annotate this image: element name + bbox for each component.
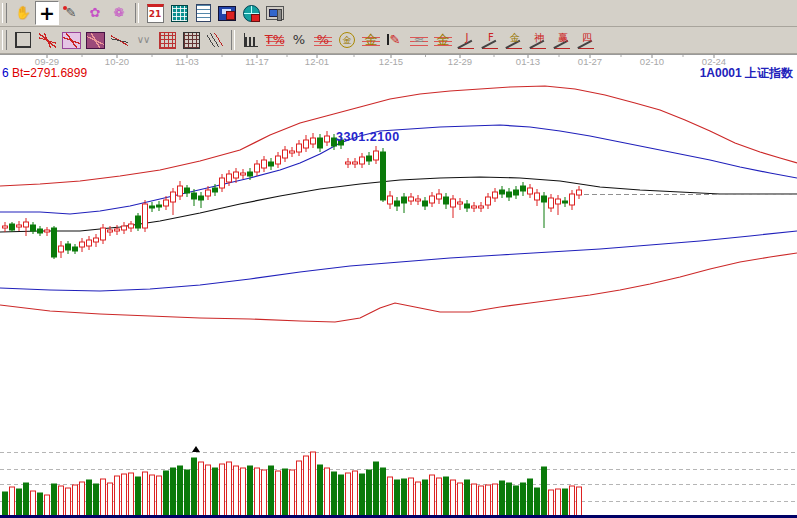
stats-bars-icon	[244, 33, 258, 47]
svg-text:11-03: 11-03	[175, 56, 199, 67]
j-angle-button[interactable]: J	[455, 28, 479, 52]
toolbar-separator	[135, 3, 139, 23]
ying-angle-button[interactable]: 赢	[551, 28, 575, 52]
svg-text:01-27: 01-27	[578, 56, 602, 67]
si-angle-icon: 四	[578, 31, 596, 49]
calendar-icon: 21	[147, 4, 164, 23]
stock-app-window: ✋+✎✿❁21 ∨∨T%%%金金✎≈金JF金神赢四 09-2910-2011-0…	[0, 0, 797, 518]
t-percent-button[interactable]: T%	[263, 28, 287, 52]
gold-red-lines-icon: 金	[434, 31, 452, 49]
angle-lines-button[interactable]	[107, 28, 131, 52]
percent-lines-button[interactable]: %	[311, 28, 335, 52]
price-volume-chart[interactable]: 09-2910-2011-0311-1712-0112-1512-2901-13…	[0, 54, 797, 518]
red-grid-button[interactable]	[155, 28, 179, 52]
si-angle-button[interactable]: 四	[575, 28, 599, 52]
parallel-lines-icon	[207, 33, 223, 47]
gold-red-lines-button[interactable]: 金	[431, 28, 455, 52]
draw-line-pen-icon: ✎	[62, 4, 80, 22]
gann-fan-icon	[39, 33, 56, 48]
svg-text:12-29: 12-29	[448, 56, 472, 67]
wave-lines-button[interactable]: ≈	[407, 28, 431, 52]
svg-text:3301.2100: 3301.2100	[336, 130, 400, 144]
status-value: Bt=2791.6899	[9, 66, 87, 80]
gold-angle-icon: 金	[506, 31, 524, 49]
calendar-button[interactable]: 21	[143, 1, 167, 25]
red-grid-icon	[159, 32, 176, 49]
knot-tool-button[interactable]: ❁	[107, 1, 131, 25]
candle-brush-icon: ✎	[386, 31, 404, 49]
dark-fan-box-button[interactable]	[83, 28, 107, 52]
gold-angle-button[interactable]: 金	[503, 28, 527, 52]
flower-tool-button[interactable]: ✿	[83, 1, 107, 25]
gold-lines-button[interactable]: 金	[359, 28, 383, 52]
percent-icon: %	[290, 31, 308, 49]
shaded-fan-box-button[interactable]	[59, 28, 83, 52]
t-percent-icon: T%	[266, 31, 284, 49]
svg-text:02-10: 02-10	[640, 56, 664, 67]
f-angle-icon: F	[482, 31, 500, 49]
gann-fan-button[interactable]	[35, 28, 59, 52]
calculator-icon	[171, 5, 188, 22]
send-computer-button[interactable]	[263, 1, 287, 25]
toolbar-grip[interactable]	[2, 30, 7, 50]
crosshair-icon: +	[38, 4, 56, 22]
report-notes-button[interactable]	[191, 1, 215, 25]
chart-area[interactable]: 09-2910-2011-0311-1712-0112-1512-2901-13…	[0, 54, 797, 518]
zigzag-wave-button[interactable]: ∨∨	[131, 28, 155, 52]
toolbar-drawing-tools: ∨∨T%%%金金✎≈金JF金神赢四	[0, 27, 797, 54]
draw-line-pen-button[interactable]: ✎	[59, 1, 83, 25]
symbol-name-label: 1A0001 上证指数	[700, 65, 793, 82]
toolbar-grip[interactable]	[2, 3, 7, 23]
grid-box-icon	[183, 32, 200, 49]
stats-bars-button[interactable]	[239, 28, 263, 52]
toolbar-separator	[231, 30, 235, 50]
angle-lines-icon	[111, 33, 128, 48]
export-globe-button[interactable]	[239, 1, 263, 25]
shen-angle-icon: 神	[530, 31, 548, 49]
status-prefix: 6	[2, 66, 9, 80]
toolbar-main: ✋+✎✿❁21	[0, 0, 797, 27]
crosshair-button[interactable]: +	[35, 1, 59, 25]
pan-hand-icon: ✋	[14, 4, 32, 22]
f-angle-button[interactable]: F	[479, 28, 503, 52]
ying-angle-icon: 赢	[554, 31, 572, 49]
gold-coin-button[interactable]: 金	[335, 28, 359, 52]
measure-frame-button[interactable]	[11, 28, 35, 52]
status-indicator-label: 6 Bt=2791.6899	[2, 66, 87, 80]
pan-hand-button[interactable]: ✋	[11, 1, 35, 25]
wave-lines-icon: ≈	[410, 31, 428, 49]
measure-frame-icon	[15, 32, 31, 48]
flower-tool-icon: ✿	[86, 4, 104, 22]
j-angle-icon: J	[458, 31, 476, 49]
export-globe-icon	[243, 5, 260, 22]
save-floppy-icon	[218, 6, 236, 21]
candle-brush-button[interactable]: ✎	[383, 28, 407, 52]
gold-coin-icon: 金	[339, 32, 355, 48]
svg-text:10-20: 10-20	[105, 56, 129, 67]
percent-button[interactable]: %	[287, 28, 311, 52]
knot-tool-icon: ❁	[110, 4, 128, 22]
calculator-button[interactable]	[167, 1, 191, 25]
send-computer-icon	[266, 6, 284, 20]
svg-text:12-15: 12-15	[379, 56, 403, 67]
grid-box-button[interactable]	[179, 28, 203, 52]
svg-text:01-13: 01-13	[516, 56, 540, 67]
parallel-lines-button[interactable]	[203, 28, 227, 52]
svg-text:12-01: 12-01	[305, 56, 329, 67]
svg-text:11-17: 11-17	[245, 56, 269, 67]
zigzag-wave-icon: ∨∨	[134, 31, 152, 49]
gold-lines-icon: 金	[362, 31, 380, 49]
save-floppy-button[interactable]	[215, 1, 239, 25]
shen-angle-button[interactable]: 神	[527, 28, 551, 52]
shaded-fan-box-icon	[62, 32, 81, 49]
dark-fan-box-icon	[86, 32, 105, 49]
report-notes-icon	[196, 4, 211, 22]
percent-lines-icon: %	[314, 31, 332, 49]
